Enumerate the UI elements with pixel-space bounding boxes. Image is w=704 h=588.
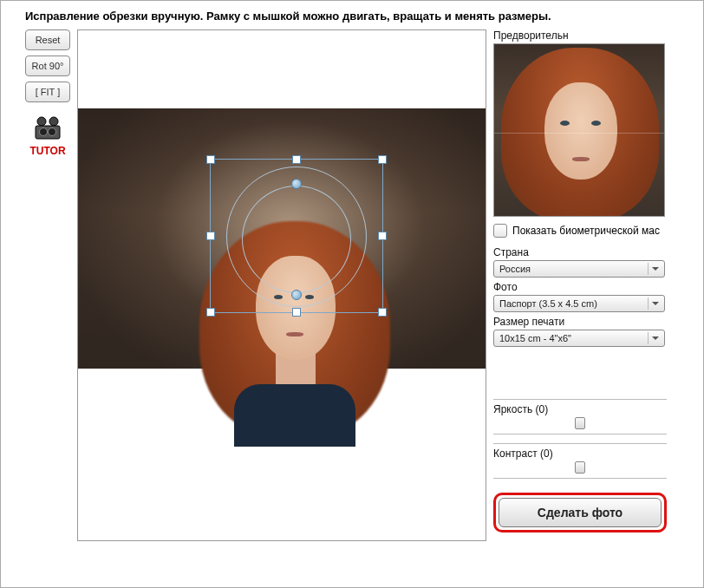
tutor-label: TUTOR [25, 145, 70, 157]
crop-handle-rm[interactable] [378, 232, 387, 240]
preview-label: Предворительн [493, 29, 667, 42]
crop-handle-bm[interactable] [292, 308, 301, 317]
camera-icon [32, 116, 63, 140]
country-value: Россия [499, 264, 531, 274]
brightness-thumb[interactable] [575, 417, 585, 429]
main-layout: Reset Rot 90° [ FIT ] TUTOR [1, 29, 703, 548]
fit-button[interactable]: [ FIT ] [25, 82, 70, 102]
svg-point-0 [37, 117, 46, 126]
crop-handle-tl[interactable] [206, 155, 215, 164]
crop-handle-lm[interactable] [206, 232, 215, 240]
country-label: Страна [493, 246, 667, 258]
preview-image [493, 43, 665, 217]
brightness-label: Яркость (0) [493, 399, 667, 415]
svg-point-4 [49, 128, 56, 136]
tutor-link[interactable]: TUTOR [25, 116, 70, 157]
oval-handle-top[interactable] [291, 179, 302, 189]
print-size-label: Размер печати [493, 316, 667, 328]
make-photo-button[interactable]: Сделать фото [499, 498, 662, 527]
crop-handle-tr[interactable] [378, 155, 387, 164]
face-oval-inner [242, 186, 351, 293]
contrast-slider[interactable] [493, 463, 667, 479]
svg-point-3 [40, 128, 48, 136]
photo-type-select[interactable]: Паспорт (3.5 x 4.5 cm) [493, 295, 665, 312]
crop-frame[interactable] [210, 159, 383, 313]
contrast-label: Контраст (0) [493, 443, 667, 460]
svg-point-1 [49, 117, 58, 126]
oval-handle-bottom[interactable] [291, 290, 302, 300]
contrast-thumb[interactable] [575, 461, 585, 474]
page-title: Исправление обрезки вручную. Рамку с мыш… [1, 1, 703, 29]
rotate-90-button[interactable]: Rot 90° [25, 56, 70, 76]
crop-canvas[interactable] [77, 29, 486, 541]
photo-type-value: Паспорт (3.5 x 4.5 cm) [499, 298, 597, 309]
show-biometric-mask-checkbox[interactable] [493, 224, 507, 238]
show-biometric-mask-label: Показать биометрической мас [512, 225, 660, 237]
country-select[interactable]: Россия [493, 260, 665, 278]
side-panel: Предворительн Показать биометрической ма… [493, 29, 667, 541]
reset-button[interactable]: Reset [25, 29, 70, 50]
crop-handle-bl[interactable] [206, 308, 215, 317]
crop-handle-br[interactable] [378, 308, 387, 317]
print-size-value: 10x15 cm - 4"x6" [499, 333, 571, 343]
print-size-select[interactable]: 10x15 cm - 4"x6" [493, 330, 665, 347]
photo-type-label: Фото [493, 281, 667, 293]
brightness-slider[interactable] [493, 419, 667, 434]
crop-handle-tm[interactable] [292, 155, 301, 164]
cta-highlight: Сделать фото [493, 493, 667, 532]
left-toolbar: Reset Rot 90° [ FIT ] TUTOR [25, 29, 70, 541]
